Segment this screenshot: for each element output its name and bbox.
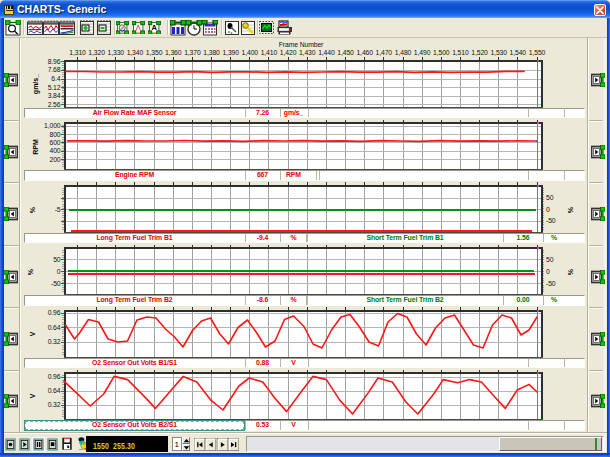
- svg-text:A: A: [152, 23, 158, 32]
